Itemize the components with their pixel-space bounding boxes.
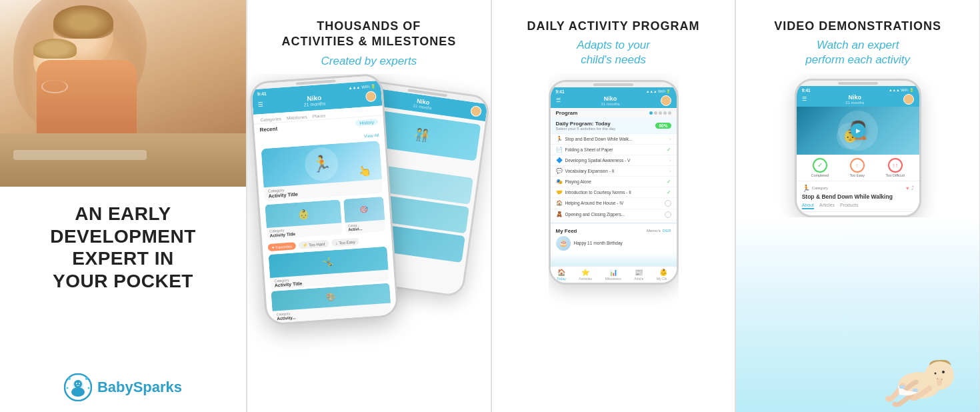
p3-daily-sub: Select your 5 activities for the day — [556, 127, 616, 131]
p3-activity-row-7[interactable]: 🏠 Helping Around the House - IV — [551, 198, 677, 209]
p3-daily-badge: 60% — [655, 123, 671, 129]
baby-crawling-svg — [879, 345, 966, 409]
svg-point-13 — [935, 373, 937, 375]
svg-rect-15 — [899, 385, 905, 389]
svg-point-3 — [71, 387, 85, 397]
activities-panel: THOUSANDS OFACTIVITIES & MILESTONES Crea… — [247, 0, 491, 412]
p2-userage: 21 months — [303, 101, 325, 107]
program-panel: DAILY ACTIVITY PROGRAM Adapts to your ch… — [491, 0, 736, 412]
svg-point-14 — [937, 378, 942, 386]
video-subtitle: Watch an expert perform each activity — [774, 38, 941, 67]
p3-memo-label: Memo's — [647, 229, 661, 233]
p4-tab-products[interactable]: Products — [840, 203, 859, 209]
p3-activity-row-2[interactable]: 📄 Folding a Sheet of Paper ✓ — [551, 145, 677, 155]
svg-point-2 — [74, 380, 82, 388]
p3-bottom-nav: 🏠 Today ⭐ Activities 📊 Milestones 📰 — [551, 266, 677, 283]
p3-activity-row-8[interactable]: 🧸 Opening and Closing Zippers... — [551, 209, 677, 221]
p3-feed-message: Happy 11 month Birthday — [574, 241, 623, 245]
babysparks-logo-text: BabySparks — [97, 379, 182, 396]
babysparks-logo-icon — [64, 373, 92, 401]
p3-feed-item: 🎂 Happy 11 month Birthday — [556, 236, 671, 251]
svg-point-6 — [68, 377, 71, 380]
p3-memo-link[interactable]: DER — [663, 229, 671, 233]
baby-illustration-area — [736, 217, 979, 412]
p4-username: Niko — [845, 94, 864, 101]
program-header: DAILY ACTIVITY PROGRAM Adapts to your ch… — [513, 0, 713, 73]
p4-userage: 21 months — [845, 101, 864, 105]
p2-recent-label: Recent — [259, 126, 277, 133]
p3-activity-row-1[interactable]: 🏃 Stop and Bend Down While Walk... › — [551, 134, 677, 145]
p4-activity-name: Stop & Bend Down While Walking — [802, 193, 914, 200]
p3-time: 9:41 — [556, 89, 565, 94]
p4-video-thumb[interactable]: 🧑‍🦱 👶 ▶ — [797, 107, 919, 155]
svg-point-8 — [66, 387, 68, 389]
hero-text-area: AN EARLY DEVELOPMENT EXPERT IN YOUR POCK… — [37, 187, 209, 412]
program-subtitle: Adapts to your child's needs — [527, 38, 699, 67]
p3-activity-row-4[interactable]: 💬 Vocabulary Expansion - II › — [551, 166, 677, 177]
p2-filter-fav[interactable]: Favorites — [275, 244, 292, 249]
video-header: VIDEO DEMONSTRATIONS Watch an expert per… — [761, 0, 955, 73]
p4-tab-articles[interactable]: Articles — [819, 203, 835, 209]
p3-program-label: Program — [556, 110, 578, 116]
hero-title: AN EARLY DEVELOPMENT EXPERT IN YOUR POCK… — [50, 203, 196, 292]
p3-nav-today[interactable]: 🏠 Today — [557, 269, 565, 281]
p3-userage: 21 months — [601, 102, 619, 106]
p3-nav-article[interactable]: 📰 Article — [634, 269, 643, 281]
p2-filter-easy[interactable]: Too Easy — [339, 239, 355, 245]
video-panel: VIDEO DEMONSTRATIONS Watch an expert per… — [735, 0, 980, 412]
p4-rating-too-difficult: Too Difficult — [886, 173, 905, 177]
p4-tab-about[interactable]: About — [802, 203, 814, 209]
p3-nav-milestones[interactable]: 📊 Milestones — [605, 269, 621, 281]
p4-time: 9:41 — [802, 88, 811, 93]
video-title: VIDEO DEMONSTRATIONS — [774, 19, 941, 34]
activities-header: THOUSANDS OFACTIVITIES & MILESTONES Crea… — [268, 0, 469, 74]
logo-area: BabySparks — [64, 373, 182, 401]
p2-filter-hard[interactable]: Too Hard — [309, 241, 325, 247]
svg-point-12 — [942, 371, 945, 373]
p3-activity-row-5[interactable]: 🎭 Playing Alone ✓ — [551, 177, 677, 187]
activities-subtitle: Created by experts — [281, 54, 456, 69]
p3-username: Niko — [601, 95, 619, 102]
p3-nav-child[interactable]: 👶 My Chi... — [657, 269, 670, 281]
p3-feed-title: My Feed — [556, 228, 577, 234]
p2-time: 9:41 — [257, 91, 266, 97]
p3-activity-list: 🏃 Stop and Bend Down While Walk... › 📄 F… — [551, 134, 677, 221]
p3-activity-row-6[interactable]: 🤝 Introduction to Courtesy Norms - II ✓ — [551, 187, 677, 198]
p2-tab-places[interactable]: Places — [309, 111, 328, 120]
p3-feed-section: My Feed Memo's DER 🎂 Happy 11 month Birt… — [551, 225, 677, 253]
svg-point-9 — [87, 387, 89, 389]
p3-activity-row-3[interactable]: 🔷 Developing Spatial Awareness - V › — [551, 155, 677, 166]
p2-view-all[interactable]: View All — [364, 133, 379, 139]
hero-panel: AN EARLY DEVELOPMENT EXPERT IN YOUR POCK… — [0, 0, 247, 412]
p4-rating-row: ✓ Completed ↑ Too Easy — [797, 155, 919, 181]
p4-rating-too-easy: Too Easy — [849, 173, 865, 177]
p4-activity-cat: Category — [812, 186, 828, 190]
svg-rect-16 — [913, 389, 918, 392]
p3-daily-title: Daily Program: Today — [556, 121, 616, 127]
p4-activity-detail: 🏃 Category ♥ ⤴ Stop & Bend Down While Wa… — [797, 181, 919, 215]
hero-photo — [0, 0, 246, 187]
p3-nav-activities[interactable]: ⭐ Activities — [579, 269, 592, 281]
svg-point-4 — [76, 383, 77, 384]
svg-point-7 — [85, 377, 88, 380]
program-title: DAILY ACTIVITY PROGRAM — [527, 19, 699, 34]
p4-play-button[interactable]: ▶ — [851, 123, 865, 138]
activities-title: THOUSANDS OFACTIVITIES & MILESTONES — [281, 19, 456, 50]
svg-point-5 — [79, 383, 80, 384]
p2-history-btn[interactable]: History — [355, 119, 378, 126]
p4-rating-completed: Completed — [811, 173, 829, 177]
